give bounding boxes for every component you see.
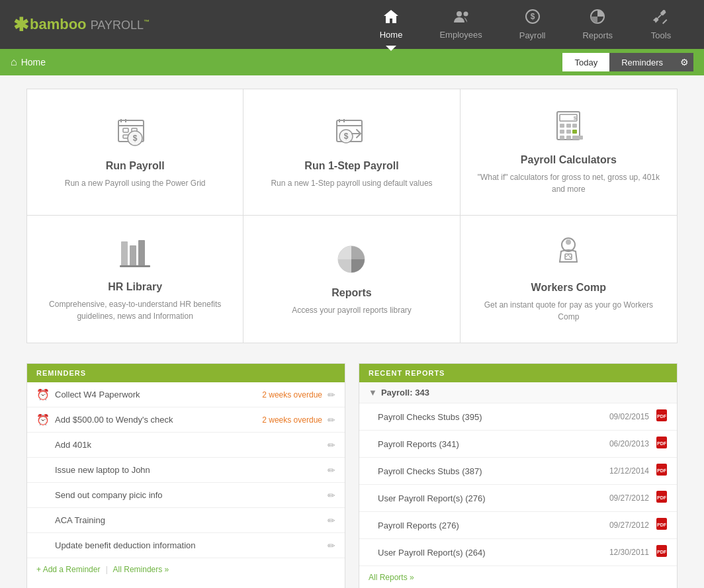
logo[interactable]: ✱ bamboo PAYROLL™ (13, 14, 150, 36)
collapse-icon[interactable]: ▼ (369, 388, 377, 398)
report-pdf-1[interactable]: PDF (656, 409, 668, 425)
svg-text:PDF: PDF (657, 523, 667, 527)
report-pdf-4[interactable]: PDF (656, 490, 668, 506)
svg-rect-33 (121, 241, 128, 267)
bottom-panels: REMINDERS ⏰ Collect W4 Paperwork 2 weeks… (26, 363, 678, 588)
calculators-icon: $ (552, 109, 585, 146)
nav-payroll[interactable]: $ Payroll (501, 3, 564, 46)
report-pdf-6[interactable]: PDF (656, 544, 668, 560)
reminder-item-1: ⏰ Collect W4 Paperwork 2 weeks overdue ✏ (27, 382, 345, 407)
reminder-edit-2[interactable]: ✏ (328, 415, 335, 425)
report-name-3[interactable]: Payroll Checks Stubs (387) (378, 466, 609, 476)
nav-home-label: Home (380, 30, 403, 40)
svg-text:$: $ (574, 115, 577, 121)
report-pdf-3[interactable]: PDF (656, 463, 668, 479)
svg-text:PDF: PDF (657, 414, 667, 419)
reminder-item-6: ⏰ ACA Training ✏ (27, 508, 345, 533)
reminder-text-2: Add $500.00 to Wendy's check (55, 415, 257, 425)
logo-brand: bamboo PAYROLL™ (30, 16, 150, 33)
nav-home[interactable]: Home (361, 3, 421, 46)
card-workers-comp[interactable]: Workers Comp Get an instant quote for pa… (461, 216, 677, 343)
subnav-home[interactable]: ⌂ Home (11, 56, 46, 68)
home-icon (383, 9, 399, 28)
reminder-item-7: ⏰ Update benefit deduction information ✏ (27, 533, 345, 558)
card-run-payroll[interactable]: $ Run Payroll Run a new Payroll using th… (27, 89, 243, 216)
run-payroll-title: Run Payroll (106, 160, 165, 172)
reminder-edit-5[interactable]: ✏ (328, 490, 335, 501)
svg-rect-27 (560, 130, 564, 134)
alarm-icon-1: ⏰ (36, 388, 50, 401)
report-row-1: Payroll Checks Stubs (395) 09/02/2015 PD… (359, 403, 677, 431)
svg-text:PDF: PDF (657, 468, 667, 473)
tab-reminders[interactable]: Reminders (609, 53, 675, 71)
reminder-text-1: Collect W4 Paperwork (55, 390, 257, 399)
active-nav-indicator (386, 46, 396, 51)
report-row-4: User Payroll Report(s) (276) 09/27/2012 … (359, 485, 677, 512)
main-content: $ Run Payroll Run a new Payroll using th… (0, 75, 704, 588)
top-navigation: ✱ bamboo PAYROLL™ Home Employees $ Payro… (0, 0, 704, 49)
report-name-6[interactable]: User Payroll Report(s) (264) (378, 548, 609, 558)
report-name-5[interactable]: Payroll Reports (276) (378, 521, 609, 530)
nav-reports[interactable]: Reports (564, 3, 631, 46)
svg-text:$: $ (133, 134, 138, 143)
reminder-edit-7[interactable]: ✏ (328, 540, 335, 551)
card-hr-library[interactable]: HR Library Comprehensive, easy-to-unders… (27, 216, 243, 343)
reminder-item-5: ⏰ Send out company picic info ✏ (27, 483, 345, 508)
reminder-text-7: Update benefit deduction information (55, 540, 322, 550)
svg-rect-35 (138, 240, 145, 267)
report-name-4[interactable]: User Payroll Report(s) (276) (378, 493, 609, 503)
svg-point-1 (463, 12, 468, 17)
tab-today[interactable]: Today (562, 53, 609, 71)
svg-text:PDF: PDF (657, 495, 667, 500)
report-pdf-2[interactable]: PDF (656, 436, 668, 452)
report-date-4: 09/27/2012 (609, 493, 649, 503)
add-reminder-link[interactable]: + Add a Reminder (36, 565, 100, 574)
reminder-text-3: Add 401k (55, 440, 322, 450)
report-name-2[interactable]: Payroll Reports (341) (378, 439, 609, 449)
1step-payroll-desc: Run a new 1-Step payroll using default v… (271, 177, 432, 189)
report-name-1[interactable]: Payroll Checks Stubs (395) (378, 412, 609, 422)
card-1step-payroll[interactable]: $ Run 1-Step Payroll Run a new 1-Step pa… (243, 89, 460, 216)
run-payroll-desc: Run a new Payroll using the Power Grid (65, 177, 206, 189)
report-pdf-5[interactable]: PDF (656, 517, 668, 533)
report-section-title: Payroll: 343 (381, 388, 429, 398)
report-date-3: 12/12/2014 (609, 466, 649, 476)
reminder-edit-3[interactable]: ✏ (328, 440, 335, 450)
1step-payroll-title: Run 1-Step Payroll (304, 160, 398, 172)
workers-comp-icon (552, 235, 585, 274)
calculators-title: Payroll Calculators (521, 154, 617, 166)
all-reminders-link[interactable]: All Reminders » (113, 565, 169, 574)
reminder-text-6: ACA Training (55, 515, 322, 525)
recent-reports-panel: RECENT REPORTS ▼ Payroll: 343 Payroll Ch… (359, 363, 678, 588)
card-reports[interactable]: Reports Access your payroll reports libr… (243, 216, 460, 343)
nav-employees-label: Employees (439, 30, 482, 40)
reminder-overdue-1: 2 weeks overdue (262, 390, 322, 399)
svg-text:PDF: PDF (657, 550, 667, 554)
reminder-overdue-2: 2 weeks overdue (262, 415, 322, 425)
tools-icon (653, 9, 669, 28)
cards-grid: $ Run Payroll Run a new Payroll using th… (26, 89, 678, 343)
card-calculators[interactable]: $ Payroll Calculators "What if" calculat… (461, 89, 677, 216)
svg-rect-34 (130, 245, 136, 267)
reminders-header: REMINDERS (27, 364, 345, 382)
subnav-tabs: Today Reminders ⚙ (562, 53, 693, 71)
reminder-item-2: ⏰ Add $500.00 to Wendy's check 2 weeks o… (27, 407, 345, 433)
hr-library-icon (117, 236, 153, 273)
nav-employees[interactable]: Employees (421, 3, 500, 46)
reminders-body: ⏰ Collect W4 Paperwork 2 weeks overdue ✏… (27, 382, 345, 558)
settings-button[interactable]: ⚙ (675, 53, 693, 71)
reports-icon (590, 9, 605, 28)
nav-tools[interactable]: Tools (631, 3, 691, 46)
svg-text:PDF: PDF (657, 441, 667, 446)
all-reports-link[interactable]: All Reports » (369, 573, 414, 582)
all-reports-footer[interactable]: All Reports » (359, 566, 677, 588)
alarm-icon-2: ⏰ (36, 413, 50, 426)
reminder-edit-6[interactable]: ✏ (328, 515, 335, 526)
reminder-edit-4[interactable]: ✏ (328, 465, 335, 476)
recent-reports-header: RECENT REPORTS (359, 364, 677, 382)
svg-rect-36 (120, 265, 150, 267)
reminder-edit-1[interactable]: ✏ (328, 390, 335, 400)
svg-point-39 (566, 239, 571, 245)
workers-comp-title: Workers Comp (531, 282, 607, 294)
report-date-1: 09/02/2015 (609, 412, 649, 421)
